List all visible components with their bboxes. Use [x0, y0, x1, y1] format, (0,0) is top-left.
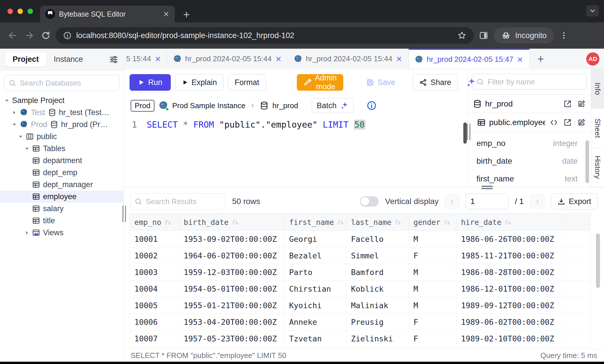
instance-name[interactable]: Prod Sample Instance	[172, 101, 246, 110]
column-header[interactable]: last_name	[346, 214, 409, 231]
browser-tab[interactable]: Bytebase SQL Editor	[40, 6, 175, 22]
browser-menu-button[interactable]	[557, 29, 571, 42]
results-search-input[interactable]	[146, 197, 221, 206]
window-controls[interactable]	[7, 9, 33, 14]
tab-instance[interactable]: Instance	[54, 55, 83, 64]
run-button[interactable]: Run	[130, 74, 171, 91]
external-link-icon[interactable]	[563, 100, 572, 108]
prev-page-button[interactable]	[445, 194, 459, 209]
page-number-input[interactable]	[466, 194, 509, 209]
back-button[interactable]	[6, 29, 19, 42]
close-icon[interactable]	[154, 56, 161, 62]
batch-button[interactable]: Batch	[312, 98, 354, 113]
editor-scrollbar-thumb[interactable]	[463, 122, 467, 144]
column-header[interactable]: emp_no	[130, 214, 179, 231]
tab-project[interactable]: Project	[5, 52, 46, 67]
column-row[interactable]: birth_date date	[468, 152, 591, 170]
sort-icon[interactable]	[164, 219, 172, 226]
results-splitter[interactable]	[124, 187, 604, 189]
results-search[interactable]	[130, 193, 225, 209]
table-row[interactable]: 100011953-09-02T00:00:00ZGeorgiFacelloM1…	[130, 231, 591, 248]
side-panel-button[interactable]	[477, 29, 491, 42]
caret-down-icon[interactable]	[5, 98, 9, 103]
column-row[interactable]: emp_no integer	[468, 134, 591, 152]
tab-sheet[interactable]: Sheet	[591, 108, 604, 148]
column-row[interactable]: first_name text	[468, 170, 591, 187]
bookmark-star-icon[interactable]	[457, 31, 466, 40]
address-bar[interactable]: localhost:8080/sql-editor/prod-sample-in…	[56, 27, 474, 44]
sheet-tab[interactable]: hr_prod 2024-02-05 15:44	[167, 49, 288, 69]
tree-item-schema-public[interactable]: public	[0, 130, 123, 143]
sheet-tab[interactable]: hr_prod 2024-02-05 15:44	[288, 49, 409, 69]
database-search-input[interactable]	[20, 79, 115, 88]
tree-group-views[interactable]: Views	[0, 227, 123, 239]
edit-icon[interactable]	[577, 100, 586, 108]
table-row[interactable]: 100031959-12-03T00:00:00ZPartoBamfordM19…	[130, 264, 591, 281]
sql-editor[interactable]: 1 SELECT * FROM "public"."employee" LIMI…	[124, 116, 468, 187]
explain-button[interactable]: Explain	[175, 74, 224, 91]
user-avatar[interactable]: AD	[586, 52, 599, 66]
external-link-icon[interactable]	[563, 118, 572, 127]
sidebar-resize-handle[interactable]	[122, 205, 126, 222]
table-row[interactable]: 100051955-01-21T00:00:00ZKyoichiMaliniak…	[130, 297, 591, 314]
tree-group-tables[interactable]: Tables	[0, 143, 123, 155]
sort-icon[interactable]	[337, 219, 344, 226]
table-row[interactable]: 100071957-05-23T00:00:00ZTzvetanZielinsk…	[130, 331, 591, 347]
schema-filter[interactable]	[472, 74, 587, 90]
schema-filter-input[interactable]	[488, 78, 583, 86]
database-search[interactable]	[4, 75, 119, 91]
new-sheet-button[interactable]	[530, 49, 552, 69]
column-header[interactable]: gender	[409, 214, 456, 231]
reload-button[interactable]	[39, 29, 53, 42]
tab-history[interactable]: History	[591, 148, 604, 187]
results-scrollbar-thumb[interactable]	[596, 234, 600, 288]
table-row[interactable]: 100061953-04-20T00:00:00ZAnnekePreusigF1…	[130, 314, 591, 331]
sheet-tab-active[interactable]: hr_prod 2024-02-05 15:47	[409, 49, 530, 69]
tree-item-table[interactable]: salary	[0, 203, 123, 215]
caret-right-icon[interactable]	[12, 110, 17, 115]
tree-item-table[interactable]: dept_emp	[0, 167, 123, 179]
tree-item-table[interactable]: department	[0, 155, 123, 167]
close-icon[interactable]	[396, 56, 403, 62]
tree-item-table[interactable]: dept_manager	[0, 179, 123, 191]
tree-item-prod-db[interactable]: Prod hr_prod (Pr…	[0, 118, 123, 130]
close-window-button[interactable]	[7, 9, 13, 14]
code-icon[interactable]	[550, 118, 558, 127]
table-row[interactable]: 100021964-06-02T00:00:00ZBezalelSimmelF1…	[130, 248, 591, 264]
sort-icon[interactable]	[504, 219, 512, 226]
column-header[interactable]: birth_date	[179, 214, 285, 231]
tree-item-test-db[interactable]: Test hr_test (Test…	[0, 106, 123, 118]
schema-scrollbar-thumb[interactable]	[585, 140, 589, 183]
table-row[interactable]: 100041954-05-01T00:00:00ZChirstianKoblic…	[130, 281, 591, 297]
schema-table-row[interactable]: public.employee	[468, 113, 591, 132]
column-header[interactable]: first_name	[285, 214, 346, 231]
schema-database-row[interactable]: hr_prod	[468, 94, 591, 113]
forward-button[interactable]	[22, 29, 36, 42]
save-button[interactable]: Save	[360, 74, 402, 91]
caret-down-icon[interactable]	[25, 147, 29, 151]
sort-icon[interactable]	[394, 219, 402, 226]
sort-icon[interactable]	[443, 219, 451, 226]
sheet-tab-clipped[interactable]: 5 15:44	[124, 49, 167, 69]
column-header[interactable]: hire_date	[456, 214, 563, 231]
database-name[interactable]: hr_prod	[272, 101, 298, 110]
sort-icon[interactable]	[232, 219, 239, 226]
tree-settings-icon[interactable]	[109, 55, 118, 64]
close-icon[interactable]	[517, 56, 523, 63]
tree-item-table-employee-selected[interactable]: employee	[0, 191, 123, 203]
tree-item-project[interactable]: Sample Project	[0, 94, 123, 106]
tab-search-button[interactable]	[586, 5, 599, 17]
new-tab-button[interactable]	[182, 10, 191, 19]
tab-info[interactable]: Info	[591, 69, 604, 108]
site-info-icon[interactable]	[63, 31, 72, 40]
vertical-display-toggle[interactable]	[360, 196, 379, 207]
zoom-window-button[interactable]	[28, 9, 33, 14]
minimize-window-button[interactable]	[17, 9, 23, 14]
close-tab-icon[interactable]	[163, 11, 170, 17]
format-button[interactable]: Format	[228, 74, 266, 91]
edit-icon[interactable]	[577, 118, 586, 127]
caret-right-icon[interactable]	[25, 231, 29, 235]
caret-down-icon[interactable]	[18, 134, 23, 139]
panel-resize-handle[interactable]	[467, 124, 470, 140]
share-button[interactable]: Share	[413, 74, 458, 91]
